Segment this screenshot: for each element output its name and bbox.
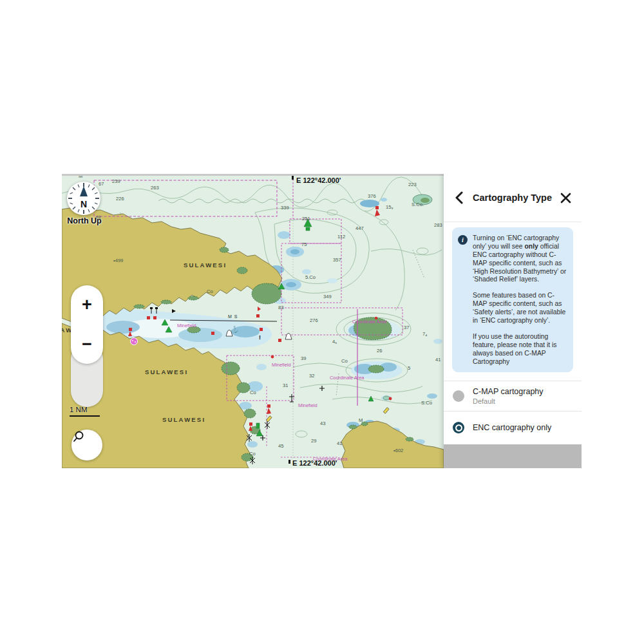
leading-line-label: M S bbox=[228, 314, 238, 319]
soundings-label: 15₉ bbox=[386, 204, 393, 210]
places-label: SULAWESI bbox=[145, 368, 188, 375]
back-button[interactable] bbox=[453, 190, 466, 205]
chevron-left-icon bbox=[454, 191, 464, 204]
soundings-label: Co bbox=[250, 390, 256, 395]
soundings-label: 239 bbox=[112, 178, 120, 184]
soundings-label: 75 bbox=[301, 242, 307, 247]
mglabels-label: Coordinate Area bbox=[352, 319, 387, 325]
soundings-label: 283 bbox=[434, 222, 442, 228]
soundings-label: 223 bbox=[408, 182, 417, 187]
soundings-label: 41 bbox=[435, 357, 440, 363]
option-label: ENC cartography only bbox=[473, 423, 551, 432]
soundings-label: •602 bbox=[393, 448, 403, 453]
places-label: SULAWESI bbox=[184, 261, 227, 269]
cartography-type-panel: Cartography Type i Turning on ‘ENC carto… bbox=[444, 174, 582, 468]
soundings-label: 5 bbox=[408, 365, 410, 371]
soundings-label: 357 bbox=[333, 257, 341, 263]
soundings-label: 226 bbox=[116, 196, 124, 202]
radio-selected-icon[interactable] bbox=[453, 422, 464, 433]
soundings-label: S.Co. bbox=[412, 202, 424, 207]
mglabels-label: Coordinate Area bbox=[330, 375, 365, 381]
caution-mark: ! bbox=[259, 334, 261, 341]
soundings-label: 29 bbox=[311, 438, 316, 444]
chart-map[interactable]: M S bbox=[62, 174, 444, 468]
soundings-label: 251 bbox=[302, 216, 310, 222]
radio-unselected-icon[interactable] bbox=[453, 390, 464, 402]
scale-bar: 1 NM bbox=[70, 406, 100, 417]
compass-rose[interactable]: N bbox=[67, 182, 100, 215]
info-box: i Turning on ‘ENC cartography only’ you … bbox=[452, 227, 573, 372]
panel-footer-area bbox=[444, 444, 582, 468]
soundings-label: S.Co bbox=[421, 400, 432, 406]
info-icon: i bbox=[458, 235, 468, 245]
soundings-label: Co bbox=[249, 451, 256, 457]
locate-button[interactable] bbox=[71, 371, 103, 407]
harbour-symbol bbox=[131, 338, 138, 345]
zoom-control: + − bbox=[71, 285, 103, 364]
mglabels-label: Minefield bbox=[177, 323, 196, 328]
mglabels-label: Coordinate Area bbox=[313, 456, 348, 462]
soundings-label: 349 bbox=[323, 294, 332, 299]
grid-tick-bottom bbox=[289, 460, 290, 464]
mglabels-label: Minefield bbox=[272, 362, 291, 368]
soundings-label: 83 bbox=[278, 305, 283, 310]
soundings-label: 26 bbox=[377, 348, 382, 354]
search-icon bbox=[71, 430, 86, 444]
panel-header: Cartography Type bbox=[444, 174, 582, 222]
grid-tick-top bbox=[292, 175, 294, 180]
close-icon bbox=[560, 193, 571, 204]
zoom-in-button[interactable]: + bbox=[71, 285, 103, 325]
compass-north-letter: N bbox=[80, 199, 87, 209]
chart-svg[interactable]: M S bbox=[62, 174, 444, 468]
soundings-label: Co bbox=[341, 358, 348, 364]
option-sublabel: Default bbox=[473, 397, 544, 405]
panel-title: Cartography Type bbox=[466, 193, 559, 203]
info-text: Turning on ‘ENC cartography only’ you wi… bbox=[473, 234, 567, 366]
soundings-label: 43 bbox=[320, 421, 325, 426]
search-button[interactable] bbox=[71, 430, 102, 460]
zoom-out-button[interactable]: − bbox=[71, 325, 103, 364]
soundings-label: Co bbox=[207, 289, 213, 294]
soundings-label: 376 bbox=[368, 193, 376, 199]
soundings-label: 447 bbox=[355, 225, 364, 231]
soundings-label: •499 bbox=[113, 258, 123, 263]
anchorage-icon: ⚓ bbox=[231, 325, 239, 334]
soundings-label: M bbox=[359, 417, 363, 423]
soundings-label: 37 bbox=[404, 325, 409, 330]
soundings-label: 41 bbox=[337, 440, 342, 446]
info-paragraph-2: Some features based on C-MAP specific co… bbox=[473, 292, 567, 325]
close-button[interactable] bbox=[559, 191, 573, 205]
orientation-label: North Up bbox=[64, 216, 104, 225]
soundings-label: 339 bbox=[281, 205, 289, 211]
chartplotter-screenshot: M S bbox=[62, 174, 582, 468]
info-paragraph-3: If you use the autorouting feature, plea… bbox=[473, 333, 567, 366]
longitude-label-top: E 122°42.000' bbox=[296, 176, 341, 184]
soundings-label: 112 bbox=[337, 234, 345, 240]
soundings-label: 4₅ bbox=[332, 339, 337, 345]
soundings-label: 7₄ bbox=[422, 331, 427, 337]
info-paragraph-1: Turning on ‘ENC cartography only’ you wi… bbox=[473, 234, 567, 284]
option-enc-cartography-only[interactable]: ENC cartography only bbox=[444, 411, 582, 444]
soundings-label: 32 bbox=[309, 373, 314, 379]
chart-edge-strip bbox=[62, 174, 444, 176]
soundings-label: 276 bbox=[310, 317, 318, 323]
mglabels-label: Minefield bbox=[298, 402, 317, 408]
soundings-label: 263 bbox=[151, 185, 159, 191]
soundings-label: 39 bbox=[301, 355, 306, 361]
soundings-label: 5.Co bbox=[305, 274, 316, 280]
option-cmap-cartography[interactable]: C-MAP cartography Default bbox=[444, 381, 582, 411]
option-label: C-MAP cartography bbox=[473, 387, 544, 396]
soundings-label: 31 bbox=[283, 383, 288, 388]
places-label: SULAWESI bbox=[162, 416, 205, 423]
soundings-label: 45 bbox=[278, 443, 283, 449]
